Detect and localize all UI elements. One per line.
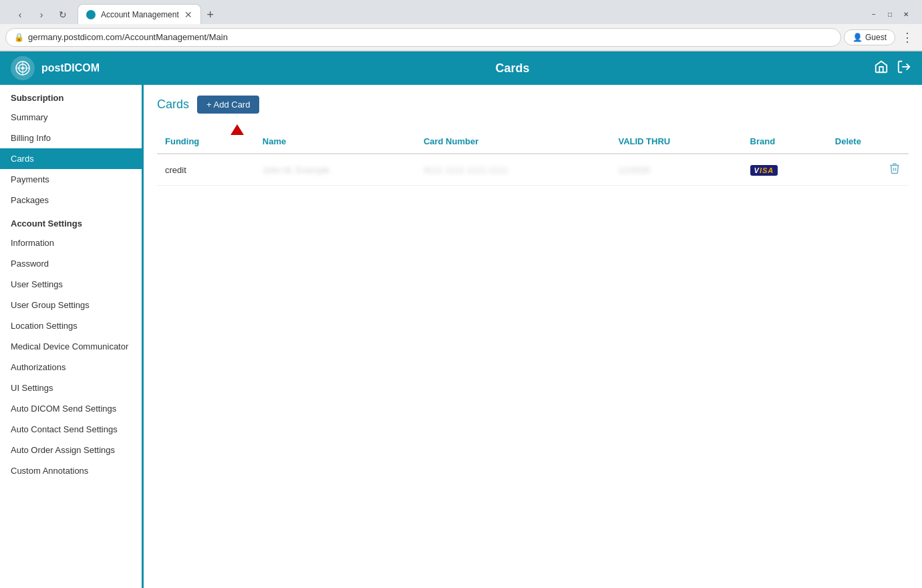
- table-row: creditJohn M. Example4111 1111 1111 1111…: [157, 154, 909, 186]
- sidebar-section-subscription: Subscription: [0, 85, 142, 107]
- cell-card-number: 4111 1111 1111 1111: [416, 154, 611, 186]
- delete-card-button[interactable]: [889, 165, 901, 176]
- sidebar-item-medical-device[interactable]: Medical Device Communicator: [0, 336, 142, 357]
- browser-forward-button[interactable]: ›: [32, 5, 51, 24]
- maximize-button[interactable]: □: [885, 9, 895, 19]
- sidebar-item-password[interactable]: Password: [0, 253, 142, 274]
- tab-favicon: [86, 10, 96, 19]
- new-tab-button[interactable]: +: [201, 5, 220, 24]
- content-panel: Cards + Add Card FundingNameCard NumberV…: [144, 85, 922, 588]
- table-header-name: Name: [255, 130, 416, 154]
- sidebar-item-packages[interactable]: Packages: [0, 190, 142, 210]
- address-bar[interactable]: [28, 32, 832, 42]
- sidebar-item-cards[interactable]: Cards: [0, 148, 142, 169]
- cards-table: FundingNameCard NumberVALID THRUBrandDel…: [157, 130, 909, 186]
- browser-back-button[interactable]: ‹: [11, 5, 29, 24]
- logout-button[interactable]: [897, 59, 911, 78]
- sidebar-item-auto-dicom-send[interactable]: Auto DICOM Send Settings: [0, 398, 142, 419]
- sidebar-item-user-settings[interactable]: User Settings: [0, 274, 142, 295]
- table-header-brand: Brand: [742, 130, 827, 154]
- browser-reload-button[interactable]: ↻: [53, 5, 72, 24]
- window-close-button[interactable]: ✕: [901, 9, 911, 19]
- sidebar-item-summary[interactable]: Summary: [0, 107, 142, 128]
- sidebar: Subscription SummaryBilling InfoCardsPay…: [0, 85, 144, 588]
- cell-funding: credit: [157, 154, 255, 186]
- table-header-valid_thru: VALID THRU: [610, 130, 742, 154]
- app-logo-text: postDICOM: [41, 62, 100, 74]
- tab-close-button[interactable]: ✕: [184, 9, 192, 20]
- sidebar-item-user-group-settings[interactable]: User Group Settings: [0, 295, 142, 315]
- sidebar-item-billing-info[interactable]: Billing Info: [0, 128, 142, 148]
- table-header-delete: Delete: [827, 130, 909, 154]
- header-title: Cards: [151, 61, 874, 76]
- lock-icon: 🔒: [14, 33, 24, 42]
- page-title: Cards: [157, 98, 189, 112]
- guest-icon: 👤: [853, 33, 863, 42]
- guest-button[interactable]: 👤 Guest: [844, 29, 895, 45]
- browser-tab[interactable]: Account Management ✕: [78, 4, 201, 24]
- sidebar-item-ui-settings[interactable]: UI Settings: [0, 378, 142, 398]
- add-card-button[interactable]: + Add Card: [197, 96, 259, 114]
- sidebar-item-auto-contact-send[interactable]: Auto Contact Send Settings: [0, 419, 142, 440]
- table-header-card_number: Card Number: [416, 130, 611, 154]
- cell-name: John M. Example: [255, 154, 416, 186]
- tab-title: Account Management: [101, 10, 179, 19]
- sidebar-section-account-settings: Account Settings: [0, 210, 142, 233]
- minimize-button[interactable]: −: [869, 9, 879, 19]
- sidebar-item-authorizations[interactable]: Authorizations: [0, 357, 142, 378]
- cell-delete[interactable]: [827, 154, 909, 186]
- cell-brand: VISA: [742, 154, 827, 186]
- home-button[interactable]: [874, 59, 889, 78]
- cell-valid-thru: 12/2026: [610, 154, 742, 186]
- app-logo-icon: [11, 56, 35, 80]
- sidebar-item-payments[interactable]: Payments: [0, 169, 142, 190]
- sidebar-item-auto-order-assign[interactable]: Auto Order Assign Settings: [0, 440, 142, 460]
- sidebar-item-information[interactable]: Information: [0, 233, 142, 253]
- sidebar-item-location-settings[interactable]: Location Settings: [0, 315, 142, 336]
- browser-menu-button[interactable]: ⋮: [898, 28, 917, 47]
- sidebar-item-custom-annotations[interactable]: Custom Annotations: [0, 460, 142, 481]
